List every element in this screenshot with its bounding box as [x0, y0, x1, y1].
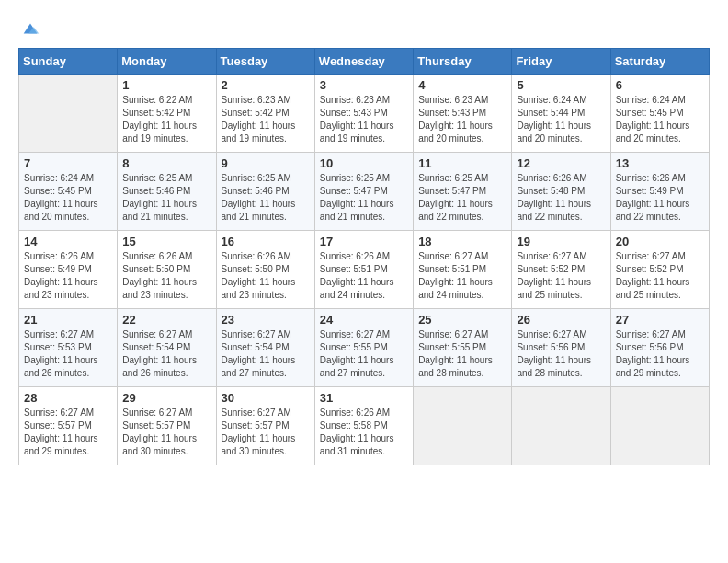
day-number: 11: [418, 156, 506, 170]
day-number: 16: [222, 235, 310, 248]
calendar-cell: 9 Sunrise: 6:25 AM Sunset: 5:46 PM Dayli…: [216, 153, 314, 231]
day-info: Sunrise: 6:27 AM Sunset: 5:51 PM Dayligh…: [418, 250, 506, 302]
day-number: 1: [122, 78, 210, 92]
calendar-cell: 5 Sunrise: 6:24 AM Sunset: 5:44 PM Dayli…: [512, 75, 610, 153]
day-number: 3: [320, 78, 408, 92]
day-info: Sunrise: 6:25 AM Sunset: 5:47 PM Dayligh…: [418, 172, 506, 224]
day-info: Sunrise: 6:27 AM Sunset: 5:52 PM Dayligh…: [517, 250, 605, 302]
day-info: Sunrise: 6:27 AM Sunset: 5:57 PM Dayligh…: [222, 407, 310, 458]
day-info: Sunrise: 6:25 AM Sunset: 5:46 PM Dayligh…: [122, 172, 210, 224]
day-info: Sunrise: 6:25 AM Sunset: 5:47 PM Dayligh…: [320, 172, 408, 224]
day-info: Sunrise: 6:24 AM Sunset: 5:45 PM Dayligh…: [24, 172, 112, 224]
calendar-cell: 1 Sunrise: 6:22 AM Sunset: 5:42 PM Dayli…: [118, 75, 216, 153]
logo: [18, 18, 40, 39]
calendar-cell: [19, 75, 118, 153]
calendar-cell: 11 Sunrise: 6:25 AM Sunset: 5:47 PM Dayl…: [414, 153, 512, 231]
day-number: 21: [24, 313, 112, 327]
day-info: Sunrise: 6:26 AM Sunset: 5:49 PM Dayligh…: [24, 250, 112, 302]
calendar-table: SundayMondayTuesdayWednesdayThursdayFrid…: [18, 48, 710, 465]
day-number: 19: [517, 235, 605, 248]
day-info: Sunrise: 6:27 AM Sunset: 5:54 PM Dayligh…: [222, 328, 310, 380]
day-info: Sunrise: 6:23 AM Sunset: 5:43 PM Dayligh…: [320, 94, 408, 145]
logo-icon: [20, 18, 40, 39]
calendar-cell: [414, 387, 512, 465]
page-header: [18, 18, 710, 39]
day-info: Sunrise: 6:23 AM Sunset: 5:42 PM Dayligh…: [222, 94, 310, 145]
day-info: Sunrise: 6:23 AM Sunset: 5:43 PM Dayligh…: [418, 94, 506, 145]
day-number: 7: [24, 156, 112, 170]
header-thursday: Thursday: [414, 49, 512, 75]
day-number: 9: [222, 156, 310, 170]
calendar-cell: 25 Sunrise: 6:27 AM Sunset: 5:55 PM Dayl…: [414, 309, 512, 387]
week-row-2: 7 Sunrise: 6:24 AM Sunset: 5:45 PM Dayli…: [19, 153, 710, 231]
week-row-5: 28 Sunrise: 6:27 AM Sunset: 5:57 PM Dayl…: [19, 387, 710, 465]
day-info: Sunrise: 6:26 AM Sunset: 5:49 PM Dayligh…: [616, 172, 704, 224]
calendar-header-row: SundayMondayTuesdayWednesdayThursdayFrid…: [19, 49, 710, 75]
day-info: Sunrise: 6:27 AM Sunset: 5:57 PM Dayligh…: [122, 407, 210, 458]
day-number: 30: [222, 391, 310, 405]
day-info: Sunrise: 6:27 AM Sunset: 5:56 PM Dayligh…: [616, 328, 704, 380]
calendar-cell: 17 Sunrise: 6:26 AM Sunset: 5:51 PM Dayl…: [314, 231, 413, 309]
day-number: 24: [320, 313, 408, 327]
calendar-cell: 13 Sunrise: 6:26 AM Sunset: 5:49 PM Dayl…: [610, 153, 709, 231]
calendar-cell: 29 Sunrise: 6:27 AM Sunset: 5:57 PM Dayl…: [118, 387, 216, 465]
calendar-cell: 15 Sunrise: 6:26 AM Sunset: 5:50 PM Dayl…: [118, 231, 216, 309]
calendar-cell: 7 Sunrise: 6:24 AM Sunset: 5:45 PM Dayli…: [19, 153, 118, 231]
day-number: 2: [222, 78, 310, 92]
day-number: 8: [122, 156, 210, 170]
day-number: 22: [122, 313, 210, 327]
week-row-3: 14 Sunrise: 6:26 AM Sunset: 5:49 PM Dayl…: [19, 231, 710, 309]
day-info: Sunrise: 6:26 AM Sunset: 5:51 PM Dayligh…: [320, 250, 408, 302]
day-info: Sunrise: 6:26 AM Sunset: 5:50 PM Dayligh…: [222, 250, 310, 302]
calendar-cell: 31 Sunrise: 6:26 AM Sunset: 5:58 PM Dayl…: [314, 387, 413, 465]
day-info: Sunrise: 6:27 AM Sunset: 5:53 PM Dayligh…: [24, 328, 112, 380]
day-info: Sunrise: 6:22 AM Sunset: 5:42 PM Dayligh…: [122, 94, 210, 145]
day-info: Sunrise: 6:27 AM Sunset: 5:57 PM Dayligh…: [24, 407, 112, 458]
day-number: 5: [517, 78, 605, 92]
day-number: 28: [24, 391, 112, 405]
header-sunday: Sunday: [19, 49, 118, 75]
day-info: Sunrise: 6:27 AM Sunset: 5:54 PM Dayligh…: [122, 328, 210, 380]
day-info: Sunrise: 6:27 AM Sunset: 5:55 PM Dayligh…: [320, 328, 408, 380]
day-number: 4: [418, 78, 506, 92]
calendar-cell: 6 Sunrise: 6:24 AM Sunset: 5:45 PM Dayli…: [610, 75, 709, 153]
day-info: Sunrise: 6:24 AM Sunset: 5:45 PM Dayligh…: [616, 94, 704, 145]
header-monday: Monday: [118, 49, 216, 75]
calendar-cell: 2 Sunrise: 6:23 AM Sunset: 5:42 PM Dayli…: [216, 75, 314, 153]
calendar-cell: 30 Sunrise: 6:27 AM Sunset: 5:57 PM Dayl…: [216, 387, 314, 465]
day-number: 26: [517, 313, 605, 327]
calendar-cell: 22 Sunrise: 6:27 AM Sunset: 5:54 PM Dayl…: [118, 309, 216, 387]
day-info: Sunrise: 6:26 AM Sunset: 5:50 PM Dayligh…: [122, 250, 210, 302]
header-tuesday: Tuesday: [216, 49, 314, 75]
day-number: 23: [222, 313, 310, 327]
calendar-cell: 21 Sunrise: 6:27 AM Sunset: 5:53 PM Dayl…: [19, 309, 118, 387]
calendar-cell: 3 Sunrise: 6:23 AM Sunset: 5:43 PM Dayli…: [314, 75, 413, 153]
calendar-cell: 4 Sunrise: 6:23 AM Sunset: 5:43 PM Dayli…: [414, 75, 512, 153]
day-number: 27: [616, 313, 704, 327]
header-saturday: Saturday: [610, 49, 709, 75]
day-info: Sunrise: 6:27 AM Sunset: 5:56 PM Dayligh…: [517, 328, 605, 380]
day-info: Sunrise: 6:24 AM Sunset: 5:44 PM Dayligh…: [517, 94, 605, 145]
calendar-cell: 19 Sunrise: 6:27 AM Sunset: 5:52 PM Dayl…: [512, 231, 610, 309]
day-number: 29: [122, 391, 210, 405]
calendar-cell: 23 Sunrise: 6:27 AM Sunset: 5:54 PM Dayl…: [216, 309, 314, 387]
day-number: 17: [320, 235, 408, 248]
day-info: Sunrise: 6:26 AM Sunset: 5:48 PM Dayligh…: [517, 172, 605, 224]
day-number: 20: [616, 235, 704, 248]
calendar-cell: 8 Sunrise: 6:25 AM Sunset: 5:46 PM Dayli…: [118, 153, 216, 231]
calendar-cell: 16 Sunrise: 6:26 AM Sunset: 5:50 PM Dayl…: [216, 231, 314, 309]
calendar-cell: [512, 387, 610, 465]
calendar-cell: 27 Sunrise: 6:27 AM Sunset: 5:56 PM Dayl…: [610, 309, 709, 387]
day-info: Sunrise: 6:26 AM Sunset: 5:58 PM Dayligh…: [320, 407, 408, 458]
day-number: 13: [616, 156, 704, 170]
calendar-cell: 18 Sunrise: 6:27 AM Sunset: 5:51 PM Dayl…: [414, 231, 512, 309]
day-number: 15: [122, 235, 210, 248]
day-number: 10: [320, 156, 408, 170]
day-number: 6: [616, 78, 704, 92]
week-row-1: 1 Sunrise: 6:22 AM Sunset: 5:42 PM Dayli…: [19, 75, 710, 153]
calendar-cell: 26 Sunrise: 6:27 AM Sunset: 5:56 PM Dayl…: [512, 309, 610, 387]
calendar-cell: 20 Sunrise: 6:27 AM Sunset: 5:52 PM Dayl…: [610, 231, 709, 309]
day-number: 18: [418, 235, 506, 248]
calendar-cell: 28 Sunrise: 6:27 AM Sunset: 5:57 PM Dayl…: [19, 387, 118, 465]
day-number: 25: [418, 313, 506, 327]
